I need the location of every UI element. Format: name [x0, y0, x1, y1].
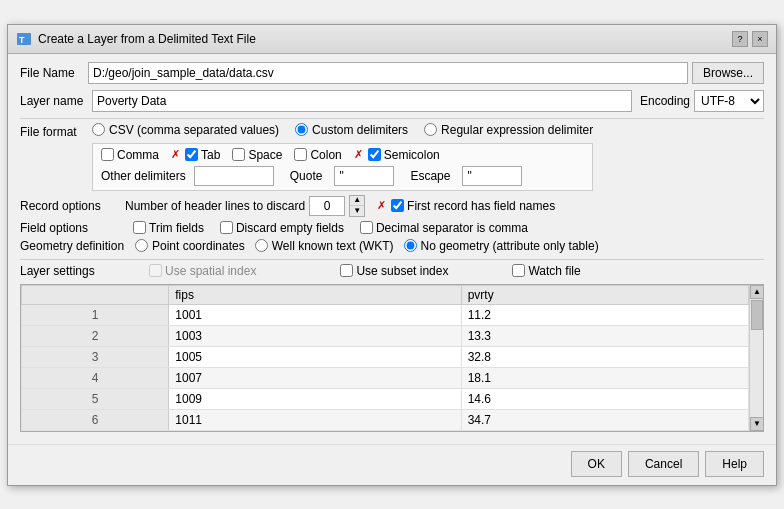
regex-radio[interactable]	[424, 123, 437, 136]
browse-button[interactable]: Browse...	[692, 62, 764, 84]
table-header-row: fips pvrty	[22, 285, 749, 304]
table-row: 2 1003 13.3	[22, 325, 749, 346]
regex-label: Regular expression delimiter	[441, 123, 593, 137]
trim-fields-label: Trim fields	[149, 221, 204, 235]
colon-check-item[interactable]: Colon	[294, 148, 341, 162]
custom-radio[interactable]	[295, 123, 308, 136]
data-table-container: fips pvrty 1 1001 11.22 1003 13.33 1005 …	[20, 284, 764, 432]
comma-checkbox[interactable]	[101, 148, 114, 161]
help-button[interactable]: Help	[705, 451, 764, 477]
header-lines-group: Number of header lines to discard ▲ ▼ ✗ …	[125, 195, 555, 217]
row-number: 5	[22, 388, 169, 409]
nogeom-radio[interactable]	[404, 239, 417, 252]
field-options-row: Field options Trim fields Discard empty …	[20, 221, 764, 235]
encoding-select[interactable]: UTF-8 UTF-16 ISO-8859-1 ASCII	[694, 90, 764, 112]
cell-pvrty: 32.8	[461, 346, 748, 367]
row-number: 6	[22, 409, 169, 430]
csv-radio[interactable]	[92, 123, 105, 136]
decimal-separator-item[interactable]: Decimal separator is comma	[360, 221, 528, 235]
layer-settings-row: Layer settings Use spatial index Use sub…	[20, 264, 764, 278]
row-number: 3	[22, 346, 169, 367]
scroll-up-button[interactable]: ▲	[750, 285, 764, 299]
delimiter-box: Comma ✗ Tab Space Col	[92, 143, 593, 191]
watch-file-label: Watch file	[528, 264, 580, 278]
cell-pvrty: 14.6	[461, 388, 748, 409]
ok-button[interactable]: OK	[571, 451, 622, 477]
csv-radio-item[interactable]: CSV (comma separated values)	[92, 123, 279, 137]
escape-input[interactable]	[462, 166, 522, 186]
point-coords-radio[interactable]	[135, 239, 148, 252]
decimal-separator-checkbox[interactable]	[360, 221, 373, 234]
nogeom-label: No geometry (attribute only table)	[421, 239, 599, 253]
table-row: 6 1011 34.7	[22, 409, 749, 430]
close-title-button[interactable]: ×	[752, 31, 768, 47]
tab-check-item[interactable]: ✗ Tab	[171, 148, 220, 162]
space-label: Space	[248, 148, 282, 162]
title-bar: T Create a Layer from a Delimited Text F…	[8, 25, 776, 54]
table-scrollbar[interactable]: ▲ ▼	[749, 285, 763, 431]
other-delimiters-input[interactable]	[194, 166, 274, 186]
header-lines-spinner[interactable]: ▲ ▼	[349, 195, 365, 217]
trim-fields-checkbox[interactable]	[133, 221, 146, 234]
row-number: 1	[22, 304, 169, 325]
semicolon-check-item[interactable]: ✗ Semicolon	[354, 148, 440, 162]
quote-input[interactable]	[334, 166, 394, 186]
colon-checkbox[interactable]	[294, 148, 307, 161]
semicolon-checkbox[interactable]	[368, 148, 381, 161]
regex-radio-item[interactable]: Regular expression delimiter	[424, 123, 593, 137]
space-check-item[interactable]: Space	[232, 148, 282, 162]
comma-check-item[interactable]: Comma	[101, 148, 159, 162]
cell-pvrty: 11.2	[461, 304, 748, 325]
layer-name-label: Layer name	[20, 94, 92, 108]
scroll-down-button[interactable]: ▼	[750, 417, 764, 431]
trim-fields-item[interactable]: Trim fields	[133, 221, 204, 235]
wkt-radio[interactable]	[255, 239, 268, 252]
spin-down-icon[interactable]: ▼	[350, 206, 364, 216]
scroll-thumb[interactable]	[751, 300, 763, 330]
space-checkbox[interactable]	[232, 148, 245, 161]
header-lines-label: Number of header lines to discard	[125, 199, 305, 213]
point-coords-radio-item[interactable]: Point coordinates	[135, 239, 245, 253]
scroll-track	[750, 299, 763, 417]
nogeom-radio-item[interactable]: No geometry (attribute only table)	[404, 239, 599, 253]
spatial-index-label: Use spatial index	[165, 264, 256, 278]
watch-file-checkbox[interactable]	[512, 264, 525, 277]
wkt-radio-item[interactable]: Well known text (WKT)	[255, 239, 394, 253]
cell-fips: 1001	[169, 304, 461, 325]
cancel-button[interactable]: Cancel	[628, 451, 699, 477]
file-name-input[interactable]	[88, 62, 688, 84]
first-record-check-item[interactable]: ✗ First record has field names	[377, 199, 555, 213]
cell-fips: 1007	[169, 367, 461, 388]
help-title-button[interactable]: ?	[732, 31, 748, 47]
spin-up-icon[interactable]: ▲	[350, 196, 364, 206]
wkt-label: Well known text (WKT)	[272, 239, 394, 253]
point-coords-label: Point coordinates	[152, 239, 245, 253]
custom-label: Custom delimiters	[312, 123, 408, 137]
decimal-separator-label: Decimal separator is comma	[376, 221, 528, 235]
row-number: 2	[22, 325, 169, 346]
discard-empty-checkbox[interactable]	[220, 221, 233, 234]
subset-index-checkbox[interactable]	[340, 264, 353, 277]
header-lines-input[interactable]	[309, 196, 345, 216]
first-record-checkbox[interactable]	[391, 199, 404, 212]
custom-radio-item[interactable]: Custom delimiters	[295, 123, 408, 137]
subset-index-item[interactable]: Use subset index	[340, 264, 448, 278]
discard-empty-item[interactable]: Discard empty fields	[220, 221, 344, 235]
encoding-label: Encoding	[640, 94, 690, 108]
layer-name-row: Layer name Encoding UTF-8 UTF-16 ISO-885…	[20, 90, 764, 112]
record-options-label: Record options	[20, 199, 125, 213]
cell-pvrty: 18.1	[461, 367, 748, 388]
col-header-fips: fips	[169, 285, 461, 304]
tab-checkbox[interactable]	[185, 148, 198, 161]
table-row: 1 1001 11.2	[22, 304, 749, 325]
watch-file-item[interactable]: Watch file	[512, 264, 580, 278]
layer-name-input[interactable]	[92, 90, 632, 112]
cell-pvrty: 34.7	[461, 409, 748, 430]
table-row: 3 1005 32.8	[22, 346, 749, 367]
cell-fips: 1003	[169, 325, 461, 346]
csv-label: CSV (comma separated values)	[109, 123, 279, 137]
discard-empty-label: Discard empty fields	[236, 221, 344, 235]
escape-label: Escape	[410, 169, 450, 183]
col-header-rownum	[22, 285, 169, 304]
spatial-index-item: Use spatial index	[149, 264, 256, 278]
